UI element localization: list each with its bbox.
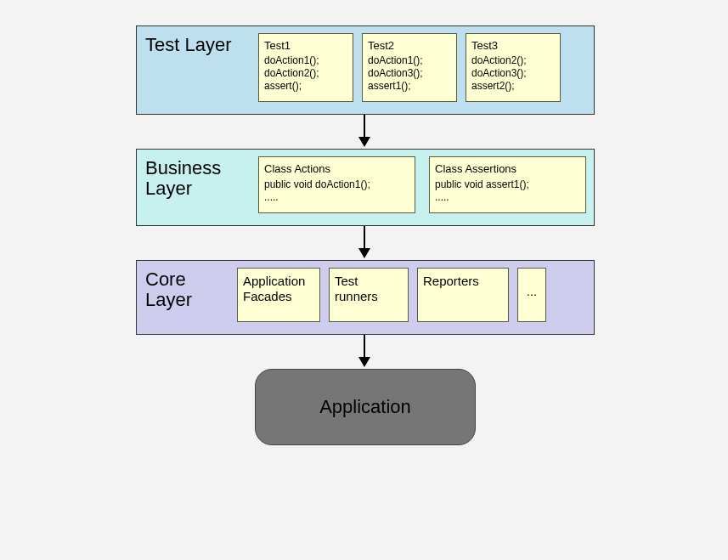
box-title: Test runners xyxy=(335,274,403,306)
box-line: public void assert1(); xyxy=(435,178,580,191)
box-title: Class Actions xyxy=(264,162,409,176)
box-title: Class Assertions xyxy=(435,162,580,176)
core-layer-boxes: Application Facades Test runners Reporte… xyxy=(237,268,585,322)
box-line: ..... xyxy=(435,191,580,204)
box-line: doAction3(); xyxy=(368,67,451,80)
box-title: ... xyxy=(527,284,538,300)
ellipsis-box: ... xyxy=(517,268,546,322)
business-layer: Business Layer Class Actions public void… xyxy=(136,149,595,225)
application-facades-box: Application Facades xyxy=(237,268,320,322)
box-line: doAction3(); xyxy=(471,67,555,80)
box-line: assert2(); xyxy=(471,80,555,93)
box-line: doAction2(); xyxy=(264,67,347,80)
core-layer: Core Layer Application Facades Test runn… xyxy=(136,260,595,335)
test2-box: Test2 doAction1(); doAction3(); assert1(… xyxy=(362,33,457,102)
business-layer-boxes: Class Actions public void doAction1(); .… xyxy=(258,156,586,212)
architecture-diagram: Test Layer Test1 doAction1(); doAction2(… xyxy=(136,25,595,445)
test3-box: Test3 doAction2(); doAction3(); assert2(… xyxy=(466,33,561,102)
arrow-business-to-core xyxy=(136,226,595,260)
box-title: Test3 xyxy=(471,39,555,53)
arrow-test-to-business xyxy=(136,115,595,149)
box-line: ..... xyxy=(264,191,409,204)
reporters-box: Reporters xyxy=(417,268,509,322)
arrow-core-to-application xyxy=(136,335,595,369)
box-title: Reporters xyxy=(423,274,503,290)
test-layer-title: Test Layer xyxy=(145,33,243,55)
class-assertions-box: Class Assertions public void assert1(); … xyxy=(429,156,586,212)
test-layer-boxes: Test1 doAction1(); doAction2(); assert()… xyxy=(258,33,585,102)
box-line: assert(); xyxy=(264,80,347,93)
test1-box: Test1 doAction1(); doAction2(); assert()… xyxy=(258,33,353,102)
box-title: Test1 xyxy=(264,39,347,53)
core-layer-title: Core Layer xyxy=(145,268,222,310)
box-line: doAction1(); xyxy=(368,54,451,67)
application-label: Application xyxy=(319,396,411,418)
box-line: assert1(); xyxy=(368,80,451,93)
application-node: Application xyxy=(255,369,476,445)
test-runners-box: Test runners xyxy=(329,268,409,322)
box-title: Test2 xyxy=(368,39,451,53)
box-line: doAction2(); xyxy=(471,54,555,67)
business-layer-title: Business Layer xyxy=(145,156,243,199)
application-container: Application xyxy=(136,369,595,445)
box-title: Application Facades xyxy=(243,274,314,306)
box-line: public void doAction1(); xyxy=(264,178,409,191)
class-actions-box: Class Actions public void doAction1(); .… xyxy=(258,156,415,212)
test-layer: Test Layer Test1 doAction1(); doAction2(… xyxy=(136,25,595,115)
box-line: doAction1(); xyxy=(264,54,347,67)
